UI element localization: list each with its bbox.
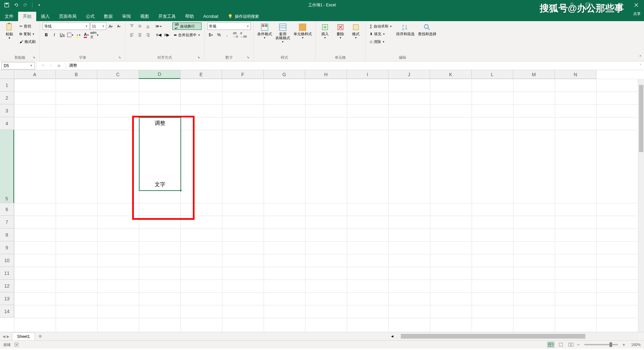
align-right-button[interactable] [144,31,152,39]
col-header-E[interactable]: E [180,70,222,79]
align-bottom-button[interactable] [144,22,152,30]
col-header-D[interactable]: D [139,70,180,79]
macro-record-icon[interactable] [14,342,19,347]
decrease-decimal-button[interactable]: .0→.00 [239,31,247,39]
qat-customize-icon[interactable]: ▼ [35,1,43,9]
number-launcher-icon[interactable]: ⬊ [246,56,250,60]
row-header-7[interactable]: 7 [0,216,14,229]
confirm-edit-icon[interactable]: ✓ [47,62,55,69]
tab-acrobat[interactable]: Acrobat [199,12,223,21]
tab-formulas[interactable]: 公式 [81,12,99,21]
format-cells-button[interactable]: 格式▼ [349,22,363,40]
col-header-A[interactable]: A [14,70,56,79]
tab-data[interactable]: 数据 [99,12,117,21]
conditional-format-button[interactable]: 条件格式▼ [257,22,273,40]
col-header-I[interactable]: I [347,70,388,79]
save-icon[interactable] [3,1,11,9]
row-header-10[interactable]: 10 [0,254,14,267]
bold-button[interactable]: B [43,31,50,39]
italic-button[interactable]: I [51,31,58,39]
increase-indent-button[interactable]: ≡▶ [163,31,170,39]
tab-help[interactable]: 帮助 [180,12,199,21]
sheet-tab[interactable]: Sheet1 [12,332,35,340]
align-middle-button[interactable] [136,22,144,30]
zoom-slider[interactable] [584,344,618,345]
fill-color-button[interactable]: ⬩▼ [75,31,82,39]
cell-grid[interactable]: 调整 文字 [14,79,637,332]
font-launcher-icon[interactable]: ⬊ [118,56,122,60]
share-button[interactable]: 共享 [630,11,644,16]
formula-input[interactable] [67,62,637,69]
fill-handle[interactable] [179,189,182,192]
tab-home[interactable]: 开始 [18,12,36,21]
format-table-button[interactable]: 套用 表格格式▼ [275,22,291,44]
row-header-5[interactable]: 5 [0,130,14,203]
cancel-edit-icon[interactable]: ✕ [39,62,47,69]
tab-insert[interactable]: 插入 [36,12,54,21]
tab-developer[interactable]: 开发工具 [154,12,180,21]
align-left-button[interactable] [128,31,136,39]
row-header-11[interactable]: 11 [0,267,14,280]
accounting-button[interactable]: $▼ [207,31,215,39]
fill-button[interactable]: ⬇填充▼ [368,30,393,38]
add-sheet-button[interactable]: ⊕ [36,332,44,340]
row-header-13[interactable]: 13 [0,292,14,305]
tell-me-search[interactable]: 💡 操作说明搜索 [223,12,264,21]
expand-formula-bar-icon[interactable]: ˅ [637,63,644,68]
row-header-4[interactable]: 4 [0,117,14,130]
find-select-button[interactable]: 查找和选择 [417,22,437,37]
sort-filter-button[interactable]: AZ排序和筛选 [395,22,415,37]
row-header-3[interactable]: 3 [0,104,14,117]
align-top-button[interactable] [128,22,136,30]
merge-center-button[interactable]: ⬌合并后居中▼ [172,31,202,39]
zoom-out-button[interactable]: − [577,342,580,347]
format-painter-button[interactable]: 🖌格式刷 [18,38,37,45]
collapse-ribbon-icon[interactable]: ˄ [637,54,644,61]
underline-button[interactable]: U▼ [59,31,66,39]
horizontal-scrollbar[interactable]: ◀ [390,333,638,339]
fx-icon[interactable]: fx [55,62,63,69]
col-header-G[interactable]: G [264,70,305,79]
row-header-8[interactable]: 8 [0,229,14,241]
row-header-12[interactable]: 12 [0,280,14,292]
tab-layout[interactable]: 页面布局 [54,12,81,21]
normal-view-button[interactable] [547,341,555,348]
cell-styles-button[interactable]: 单元格样式▼ [293,22,313,40]
sheet-nav[interactable]: ◀▶ [0,335,12,338]
insert-cells-button[interactable]: 插入▼ [318,22,332,40]
decrease-font-button[interactable]: A▾ [115,22,122,30]
tab-review[interactable]: 审阅 [117,12,136,21]
col-header-K[interactable]: K [430,70,472,79]
zoom-level[interactable]: 160% [627,343,641,347]
comma-button[interactable]: , [223,31,231,39]
col-header-L[interactable]: L [472,70,513,79]
autosum-button[interactable]: ∑自动求和▼ [368,22,393,30]
col-header-B[interactable]: B [56,70,97,79]
name-box[interactable]: D5▼ [1,62,35,69]
page-break-view-button[interactable] [567,341,575,348]
font-size-combo[interactable]: 11▼ [90,22,106,30]
active-cell[interactable]: 调整 文字 [139,117,181,191]
copy-button[interactable]: ⧉复制▼ [18,30,37,38]
number-format-combo[interactable]: 常规▼ [207,22,251,30]
clear-button[interactable]: ◇清除▼ [368,38,393,45]
row-header-2[interactable]: 2 [0,92,14,104]
phonetic-button[interactable]: wén文▼ [91,31,98,39]
col-header-C[interactable]: C [97,70,139,79]
undo-icon[interactable] [12,1,20,9]
col-header-F[interactable]: F [222,70,264,79]
align-center-button[interactable] [136,31,144,39]
align-launcher-icon[interactable]: ⬊ [197,56,201,60]
redo-icon[interactable] [21,1,30,9]
row-header-6[interactable]: 6 [0,203,14,216]
page-layout-view-button[interactable] [557,341,565,348]
percent-button[interactable]: % [215,31,223,39]
wrap-text-button[interactable]: ab↵自动换行 [172,22,202,30]
tab-file[interactable]: 文件 [0,12,18,21]
vertical-scrollbar[interactable] [638,79,644,332]
col-header-J[interactable]: J [388,70,430,79]
clipboard-launcher-icon[interactable]: ⬊ [32,56,36,60]
col-header-H[interactable]: H [305,70,347,79]
increase-decimal-button[interactable]: .00→.0 [231,31,239,39]
cut-button[interactable]: ✂剪切 [18,22,37,30]
